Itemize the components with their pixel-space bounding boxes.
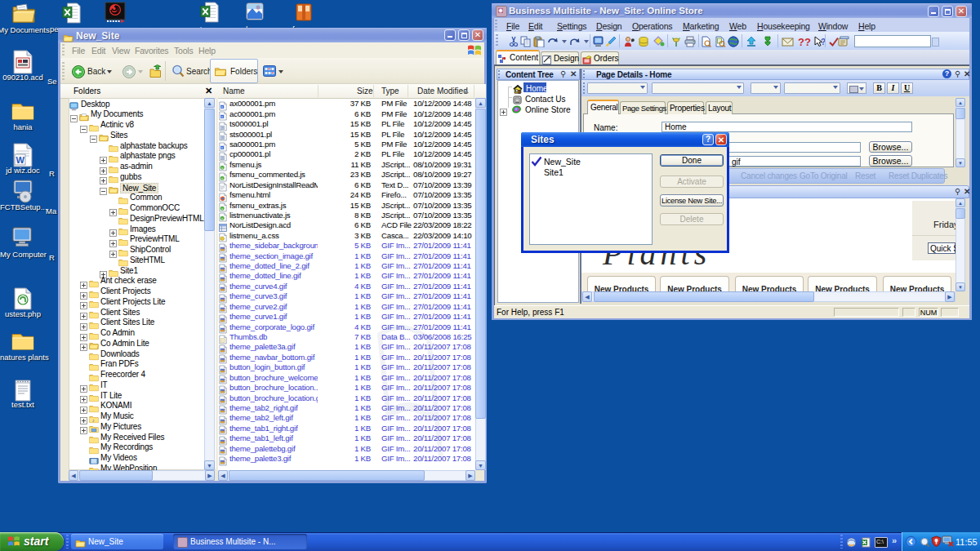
svg-text:s: s <box>221 166 223 170</box>
svg-text:s: s <box>221 216 223 220</box>
svg-text:??: ?? <box>798 36 811 47</box>
svg-text:s: s <box>221 176 223 180</box>
svg-text:W: W <box>16 155 25 165</box>
svg-text:s: s <box>221 207 223 211</box>
